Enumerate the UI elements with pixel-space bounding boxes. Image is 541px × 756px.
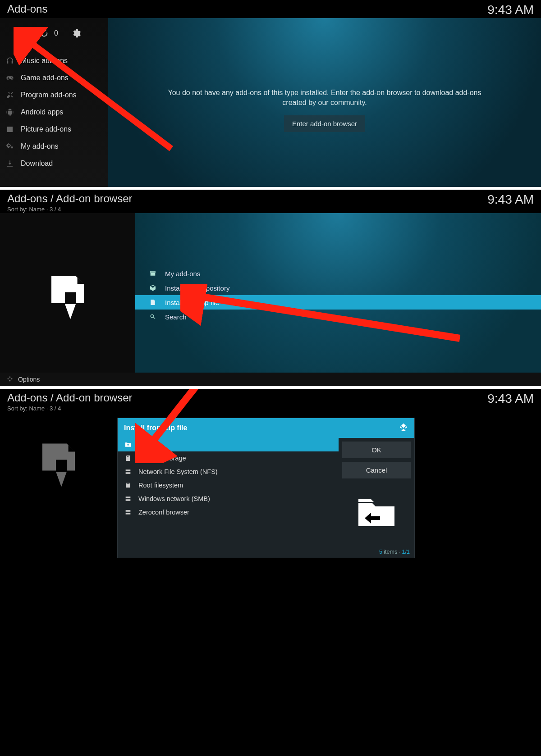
file-item-label: Network File System (NFS) bbox=[138, 468, 218, 475]
sidebar-item-music[interactable]: Music add-ons bbox=[0, 52, 108, 69]
file-item-nfs[interactable]: Network File System (NFS) bbox=[118, 465, 339, 478]
file-item-label: Zeroconf browser bbox=[138, 509, 189, 516]
search-icon bbox=[149, 313, 157, 321]
sidebar-item-label: Program add-ons bbox=[21, 91, 77, 99]
clock: 9:43 AM bbox=[487, 192, 534, 207]
zip-download-icon bbox=[29, 439, 88, 756]
menu-item-search[interactable]: Search bbox=[135, 310, 541, 324]
menu-item-myaddons[interactable]: My add-ons bbox=[135, 266, 541, 281]
sidebar-item-android[interactable]: Android apps bbox=[0, 104, 108, 121]
clock: 9:43 AM bbox=[487, 3, 534, 17]
sd-card-icon bbox=[124, 454, 132, 462]
sidebar-item-label: Download bbox=[21, 159, 53, 168]
sidebar-item-label: My add-ons bbox=[21, 142, 59, 150]
android-icon bbox=[5, 108, 14, 117]
box-open-icon bbox=[149, 269, 157, 278]
package-icon bbox=[149, 284, 157, 292]
sidebar-item-picture[interactable]: Picture add-ons bbox=[0, 121, 108, 138]
sidebar-item-myaddons[interactable]: My add-ons bbox=[0, 138, 108, 155]
drive-icon bbox=[124, 481, 132, 489]
refresh-icon[interactable] bbox=[39, 28, 50, 39]
sidebar-item-label: Game add-ons bbox=[21, 74, 69, 82]
empty-message: You do not have any add-ons of this type… bbox=[158, 88, 491, 108]
sidebar-item-game[interactable]: Game add-ons bbox=[0, 69, 108, 87]
picture-icon bbox=[5, 125, 14, 134]
update-count: 0 bbox=[54, 29, 58, 37]
sidebar-item-label: Music add-ons bbox=[21, 57, 68, 65]
item-count: 5 items · 1/1 bbox=[118, 547, 414, 558]
file-item-label: Root filesystem bbox=[138, 482, 183, 489]
gamepad-icon bbox=[5, 73, 14, 82]
file-item-root[interactable]: Root filesystem bbox=[118, 478, 339, 492]
page-title: Add-ons / Add-on browser bbox=[7, 192, 133, 205]
network-icon bbox=[124, 495, 132, 503]
clock: 9:43 AM bbox=[487, 392, 534, 406]
page-title: Add-ons / Add-on browser bbox=[7, 392, 133, 404]
zip-download-icon bbox=[38, 272, 97, 328]
sidebar-item-program[interactable]: Program add-ons bbox=[0, 87, 108, 104]
zip-icon bbox=[149, 298, 157, 306]
main-pane: You do not have any add-ons of this type… bbox=[108, 18, 541, 187]
page-subtitle: Sort by: Name · 3 / 4 bbox=[7, 405, 133, 412]
menu-item-label: Install from zip file bbox=[165, 299, 219, 306]
file-item-smb[interactable]: Windows network (SMB) bbox=[118, 492, 339, 506]
options-label[interactable]: Options bbox=[18, 376, 40, 383]
gear-icon[interactable] bbox=[71, 28, 82, 39]
menu-item-label: My add-ons bbox=[165, 270, 200, 278]
page-title: Add-ons bbox=[7, 3, 47, 15]
folder-up-icon bbox=[124, 441, 132, 449]
file-item-up[interactable]: .. bbox=[118, 438, 339, 451]
enter-addon-browser-button[interactable]: Enter add-on browser bbox=[284, 115, 365, 132]
file-item-label: .. bbox=[138, 441, 142, 448]
menu-item-zip[interactable]: Install from zip file bbox=[135, 295, 541, 310]
file-item-zeroconf[interactable]: Zeroconf browser bbox=[118, 506, 339, 519]
file-item-label: External storage bbox=[138, 455, 186, 462]
download-icon bbox=[5, 159, 14, 168]
sidebar: 0 Music add-ons Game add-ons Program add… bbox=[0, 18, 108, 187]
menu-item-label: Install from repository bbox=[165, 284, 229, 292]
sidebar-item-label: Android apps bbox=[21, 108, 63, 116]
file-item-label: Windows network (SMB) bbox=[138, 495, 210, 502]
menu-item-repo[interactable]: Install from repository bbox=[135, 281, 541, 295]
headphones-icon bbox=[5, 56, 14, 65]
folder-preview bbox=[342, 482, 411, 543]
sidebar-item-download[interactable]: Download bbox=[0, 155, 108, 172]
ok-button[interactable]: OK bbox=[342, 442, 411, 458]
sidebar-item-label: Picture add-ons bbox=[21, 125, 71, 133]
menu-item-label: Search bbox=[165, 313, 187, 321]
file-item-external[interactable]: External storage bbox=[118, 451, 339, 465]
network-icon bbox=[124, 468, 132, 476]
dialog-title: Install from zip file bbox=[124, 424, 187, 432]
page-subtitle: Sort by: Name · 3 / 4 bbox=[7, 206, 133, 213]
tools-icon bbox=[5, 91, 14, 100]
box-icon[interactable] bbox=[15, 28, 26, 39]
options-icon[interactable] bbox=[6, 375, 14, 384]
cancel-button[interactable]: Cancel bbox=[342, 462, 411, 478]
gears-icon bbox=[5, 142, 14, 151]
kodi-logo-icon bbox=[399, 423, 408, 433]
network-icon bbox=[124, 508, 132, 516]
install-from-zip-dialog: Install from zip file .. External storag… bbox=[117, 418, 415, 558]
